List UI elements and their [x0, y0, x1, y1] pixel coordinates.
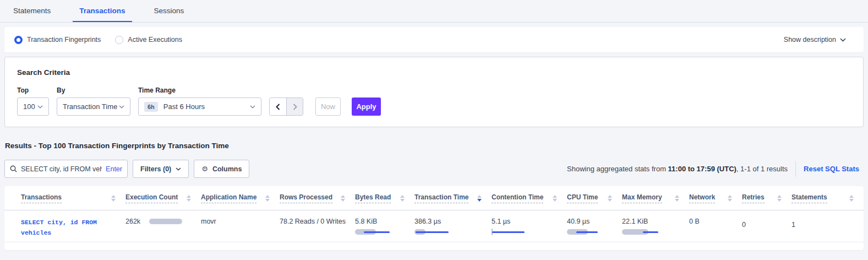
bar-line	[364, 231, 390, 233]
time-range-label: Time Range	[138, 86, 261, 94]
column-header-transactions[interactable]: Transactions	[21, 193, 125, 203]
chevron-left-icon	[276, 104, 280, 110]
sort-icon[interactable]	[341, 195, 347, 202]
bytes-read-cell: 5.8 KiB	[355, 210, 414, 242]
sort-icon[interactable]	[553, 195, 559, 202]
bar-line	[643, 231, 658, 233]
retries-cell: 0	[742, 210, 791, 242]
page-tabs: Statements Transactions Sessions	[0, 0, 868, 23]
filters-button[interactable]: Filters (0)	[133, 160, 189, 178]
time-range-value: Past 6 Hours	[163, 102, 205, 111]
chevron-down-icon	[840, 38, 846, 42]
tab-transactions[interactable]: Transactions	[73, 0, 132, 22]
statements-cell: 1	[791, 210, 864, 242]
network-cell: 0 B	[689, 210, 742, 242]
search-criteria-card: Search Criteria Top 100 By Transaction T…	[4, 57, 864, 127]
time-range-select[interactable]: 6h Past 6 Hours	[138, 98, 261, 116]
bar-fill	[149, 219, 182, 224]
column-header-bytes-read[interactable]: Bytes Read	[355, 193, 414, 203]
time-back-button[interactable]	[270, 98, 286, 115]
table-header-row: Transactions Execution Count Application…	[4, 186, 864, 210]
columns-button[interactable]: ⚙ Columns	[194, 160, 249, 178]
by-select-value: Transaction Time	[63, 102, 117, 111]
radio-selected-icon	[14, 36, 23, 44]
aggregated-stats-text: Showing aggregated stats from 11:00 to 1…	[567, 165, 788, 173]
bar-line	[492, 231, 525, 233]
sort-icon[interactable]	[675, 195, 681, 202]
filters-button-label: Filters (0)	[140, 165, 171, 173]
by-label: By	[57, 86, 130, 94]
reset-sql-stats-link[interactable]: Reset SQL Stats	[804, 165, 859, 173]
bytes-read-bar	[355, 229, 399, 235]
radio-label: Transaction Fingerprints	[27, 36, 101, 44]
enter-hint: Enter	[106, 165, 122, 173]
top-select-value: 100	[23, 102, 35, 111]
column-header-network[interactable]: Network	[689, 193, 742, 203]
top-label: Top	[17, 86, 49, 94]
transaction-fingerprint-link[interactable]: SELECT city, id FROM vehicles	[21, 219, 97, 236]
chevron-down-icon	[250, 105, 255, 109]
now-button[interactable]: Now	[315, 98, 341, 116]
column-header-transaction-time[interactable]: Transaction Time	[414, 193, 492, 203]
sort-icon[interactable]	[187, 195, 193, 202]
application-name-cell: movr	[201, 210, 280, 242]
chevron-down-icon	[119, 105, 124, 109]
contention-time-bar	[492, 229, 536, 235]
max-memory-cell: 22.1 KiB	[622, 210, 689, 242]
show-description-label: Show description	[784, 36, 836, 44]
view-toggle-card: Transaction Fingerprints Active Executio…	[4, 27, 864, 52]
time-range-badge: 6h	[144, 102, 158, 112]
sort-icon[interactable]	[477, 195, 484, 202]
execution-count-value: 262k	[125, 218, 140, 225]
sort-icon[interactable]	[608, 195, 614, 202]
radio-unselected-icon	[115, 36, 123, 44]
sort-icon[interactable]	[777, 195, 784, 202]
bar-line	[416, 231, 449, 233]
sort-icon[interactable]	[400, 195, 407, 202]
column-header-cpu-time[interactable]: CPU Time	[567, 193, 622, 203]
rows-processed-cell: 78.2 Reads / 0 Writes	[280, 210, 355, 242]
contention-time-cell: 5.1 µs	[492, 210, 567, 242]
stats-area: Showing aggregated stats from 11:00 to 1…	[567, 161, 864, 177]
cpu-time-cell: 40.9 µs	[567, 210, 622, 242]
radio-active-executions[interactable]: Active Executions	[115, 36, 182, 44]
chevron-down-icon	[37, 105, 43, 109]
column-header-max-memory[interactable]: Max Memory	[622, 193, 689, 203]
column-header-contention-time[interactable]: Contention Time	[492, 193, 567, 203]
vertical-divider	[795, 161, 796, 177]
table-row: SELECT city, id FROM vehicles 262k movr …	[4, 210, 864, 242]
transaction-time-cell: 386.3 µs	[414, 210, 492, 242]
sort-icon[interactable]	[111, 195, 118, 202]
time-forward-button[interactable]	[286, 98, 303, 115]
bar-line	[576, 231, 598, 233]
max-memory-bar	[622, 229, 666, 235]
chevron-down-icon	[176, 167, 181, 171]
sort-icon[interactable]	[728, 195, 734, 202]
column-header-execution-count[interactable]: Execution Count	[125, 193, 201, 203]
search-input[interactable]: SELECT city, id FROM vehicles W Enter	[4, 160, 128, 178]
transactions-table: Transactions Execution Count Application…	[4, 186, 864, 250]
show-description-toggle[interactable]: Show description	[784, 36, 854, 44]
cpu-time-bar	[567, 229, 611, 235]
results-controls: SELECT city, id FROM vehicles W Enter Fi…	[4, 160, 864, 178]
column-header-rows-processed[interactable]: Rows Processed	[280, 193, 355, 203]
column-header-statements[interactable]: Statements	[791, 193, 864, 203]
top-select[interactable]: 100	[17, 98, 49, 116]
radio-label: Active Executions	[128, 36, 182, 44]
radio-transaction-fingerprints[interactable]: Transaction Fingerprints	[14, 36, 101, 44]
search-input-value: SELECT city, id FROM vehicles W	[21, 165, 102, 173]
view-radio-group: Transaction Fingerprints Active Executio…	[14, 36, 182, 44]
sort-icon[interactable]	[849, 195, 856, 202]
results-heading: Results - Top 100 Transaction Fingerprin…	[5, 142, 864, 150]
chevron-right-icon	[293, 104, 297, 110]
search-icon	[10, 165, 17, 172]
tab-sessions[interactable]: Sessions	[148, 0, 191, 22]
sort-icon[interactable]	[265, 195, 272, 202]
column-header-retries[interactable]: Retries	[742, 193, 791, 203]
column-header-application-name[interactable]: Application Name	[201, 193, 280, 203]
by-select[interactable]: Transaction Time	[57, 98, 130, 116]
apply-button[interactable]: Apply	[352, 98, 381, 116]
columns-button-label: Columns	[212, 165, 242, 173]
tab-statements[interactable]: Statements	[7, 0, 57, 22]
gear-icon: ⚙	[201, 165, 208, 173]
